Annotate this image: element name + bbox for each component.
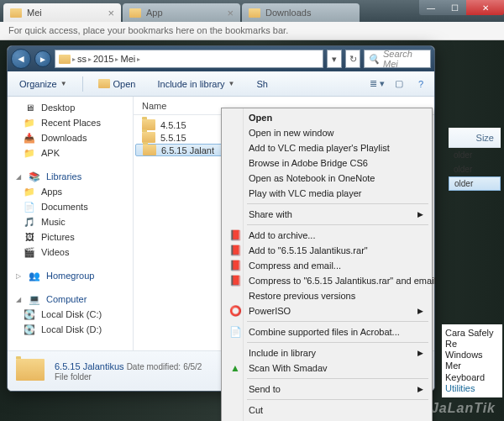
disk-icon: 💽 [23,308,36,320]
rar-icon: 📕 [228,229,242,242]
menu-item[interactable]: 📕Compress and email... [223,258,430,273]
expand-icon: ▷ [16,272,23,280]
menu-item[interactable]: ▲Scan With Smadav [223,360,430,376]
pictures-icon: 🖼 [23,231,36,243]
chevron-right-icon: ▸ [72,55,76,63]
browser-tab[interactable]: Downloads [242,3,360,22]
menu-item[interactable]: Restore previous versions [223,288,430,303]
libraries-icon: 📚 [28,171,41,182]
toolbar: Organize ▼ Open Include in library ▼ Sh … [8,71,434,97]
chevron-down-icon: ▼ [228,80,235,87]
menu-item[interactable]: 📕Add to archive... [223,228,430,243]
tab-label: Downloads [265,8,311,18]
browser-tab-strip: Mei × App × Downloads — ☐ ✕ [0,0,504,22]
nav-disk-d[interactable]: 💽Local Disk (D:) [8,322,133,337]
browser-tab[interactable]: App × [123,3,240,22]
nav-recent[interactable]: 📁Recent Places [8,115,133,130]
menu-item[interactable]: Open in new window [223,125,430,140]
minimize-button[interactable]: — [419,0,443,15]
history-dropdown[interactable]: ▾ [327,50,342,68]
breadcrumb-item[interactable]: ss [77,54,87,64]
menu-item[interactable]: Browse in Adobe Bridge CS6 [223,155,430,171]
details-modified: 6/5/2 [183,362,202,371]
menu-item[interactable]: Open [223,110,430,125]
window-controls: — ☐ ✕ [419,0,504,15]
nav-libraries[interactable]: ◢📚Libraries [8,169,133,184]
tab-label: Mei [27,8,42,18]
menu-item[interactable]: 📄Combine supported files in Acrobat... [223,324,430,339]
nav-computer[interactable]: ◢💻Computer [8,292,133,307]
forward-button[interactable]: ► [34,50,51,67]
details-type: File folder [55,372,92,382]
chevron-right-icon: ▸ [115,55,118,63]
refresh-button[interactable]: ↻ [345,50,360,68]
submenu-arrow-icon: ▶ [417,307,423,315]
menu-item[interactable]: Add to VLC media player's Playlist [223,140,430,155]
nav-videos[interactable]: 🎬Videos [8,245,133,260]
tab-label: App [146,8,163,18]
piso-icon: ⭕ [228,304,242,318]
breadcrumb-item[interactable]: 2015 [93,54,113,64]
chevron-down-icon: ▼ [60,80,67,87]
documents-icon: 📄 [23,201,36,213]
maximize-button[interactable]: ☐ [443,0,466,15]
menu-item[interactable]: Play with VLC media player [223,186,430,201]
search-input[interactable]: 🔍 Search Mei [364,50,431,68]
search-placeholder: Search Mei [383,50,427,68]
folder-icon: 📁 [23,147,36,159]
folder-icon [143,145,156,155]
menu-item[interactable]: ⭕PowerISO▶ [223,303,430,318]
submenu-arrow-icon: ▶ [417,349,423,357]
organize-button[interactable]: Organize ▼ [13,76,74,92]
nav-desktop[interactable]: 🖥Desktop [8,100,133,115]
homegroup-icon: 👥 [28,270,41,282]
menu-separator [247,321,428,322]
folder-open-icon [98,79,110,88]
breadcrumb[interactable]: ▸ ss ▸ 2015 ▸ Mei ▸ [55,50,323,68]
menu-separator [247,342,428,343]
open-button[interactable]: Open [92,76,143,92]
breadcrumb-item[interactable]: Mei [120,54,135,64]
menu-item[interactable]: Share with▶ [223,207,430,222]
close-icon[interactable]: × [227,7,234,19]
menu-separator [247,203,428,204]
article-card[interactable]: Cara Safely Re Windows Mer Keyboard Util… [442,324,502,397]
menu-item[interactable]: Open as Notebook in OneNote [223,171,430,186]
view-options-button[interactable]: ≣ ▾ [369,76,386,92]
chevron-right-icon: ▸ [88,55,92,63]
help-button[interactable]: ? [412,76,429,92]
submenu-arrow-icon: ▶ [417,385,423,393]
nav-pictures[interactable]: 🖼Pictures [8,229,133,245]
computer-icon: 💻 [28,293,41,305]
close-icon[interactable]: × [108,7,114,19]
folder-icon [59,55,71,64]
navigation-pane: 🖥Desktop 📁Recent Places 📥Downloads 📁APK … [8,97,134,350]
nav-documents[interactable]: 📄Documents [8,199,133,214]
nav-downloads[interactable]: 📥Downloads [8,130,133,145]
nav-homegroup[interactable]: ▷👥Homegroup [8,268,133,283]
nav-disk-c[interactable]: 💽Local Disk (C:) [8,307,133,322]
nav-apk[interactable]: 📁APK [8,145,133,161]
chevron-right-icon: ▸ [137,55,140,63]
back-button[interactable]: ◄ [11,49,31,69]
menu-item[interactable]: Include in library▶ [223,345,430,360]
details-modified-label: Date modified: [127,362,181,371]
menu-item[interactable]: 📕Compress to "6.5.15 Jalantikus.rar" and… [223,273,430,288]
browser-tab-active[interactable]: Mei × [3,3,121,22]
submenu-arrow-icon: ▶ [417,210,423,218]
folder-icon [10,8,22,18]
acro-icon: 📄 [228,325,242,339]
close-button[interactable]: ✕ [466,0,504,15]
column-size[interactable]: Size [449,128,501,148]
include-library-button[interactable]: Include in library ▼ [150,76,241,92]
menu-item[interactable]: Send to▶ [223,382,430,397]
context-menu: OpenOpen in new windowAdd to VLC media p… [221,108,433,421]
share-button[interactable]: Sh [250,76,275,92]
preview-pane-button[interactable]: ▢ [391,76,407,92]
nav-music[interactable]: 🎵Music [8,214,133,229]
expand-icon: ◢ [16,173,23,181]
menu-item[interactable]: 📕Add to "6.5.15 Jalantikus.rar" [223,243,430,258]
menu-item[interactable]: Cut [223,403,430,418]
menu-item[interactable]: Copy [223,418,430,421]
nav-apps[interactable]: 📁Apps [8,184,133,199]
